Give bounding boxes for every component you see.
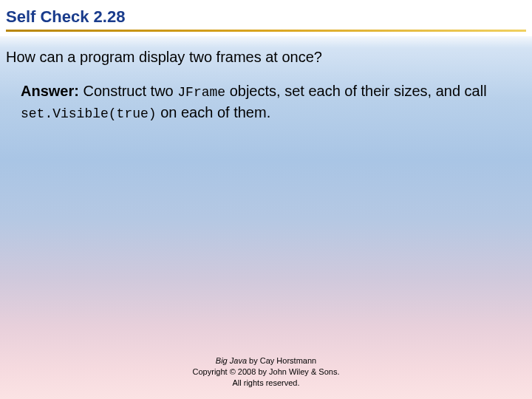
slide-footer: Big Java by Cay Horstmann Copyright © 20… xyxy=(0,355,532,389)
book-title: Big Java xyxy=(216,356,247,365)
code-jframe: JFrame xyxy=(177,85,225,100)
answer-text-2: objects, set each of their sizes, and ca… xyxy=(225,83,487,99)
footer-rights: All rights reserved. xyxy=(0,378,532,389)
slide-header: Self Check 2.28 xyxy=(0,0,532,36)
slide-content: How can a program display two frames at … xyxy=(0,36,532,123)
slide-title: Self Check 2.28 xyxy=(6,7,526,27)
answer-text-1: Construct two xyxy=(79,83,177,99)
footer-line-1: Big Java by Cay Horstmann xyxy=(0,355,532,366)
answer-block: Answer: Construct two JFrame objects, se… xyxy=(6,81,526,123)
code-setvisible: set.Visible(true) xyxy=(21,106,157,121)
answer-text-3: on each of them. xyxy=(157,104,271,120)
answer-label: Answer: xyxy=(21,83,79,99)
title-underline xyxy=(6,30,526,32)
question-text: How can a program display two frames at … xyxy=(6,47,526,67)
book-author: by Cay Horstmann xyxy=(247,356,316,365)
footer-copyright: Copyright © 2008 by John Wiley & Sons. xyxy=(0,366,532,378)
